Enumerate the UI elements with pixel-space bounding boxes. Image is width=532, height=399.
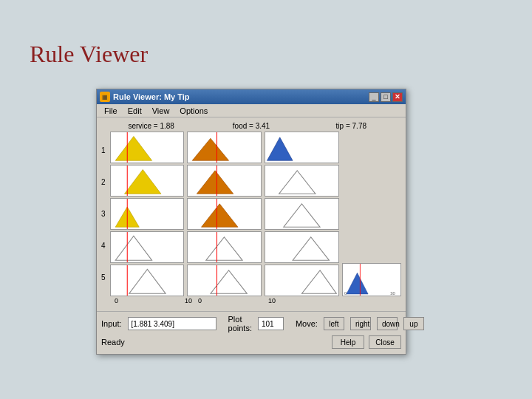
- svg-marker-20: [267, 137, 293, 160]
- menu-edit[interactable]: Edit: [123, 106, 146, 116]
- food-column: [187, 132, 262, 296]
- svg-marker-23: [293, 237, 329, 260]
- input-field[interactable]: [128, 317, 216, 330]
- svg-marker-16: [206, 237, 242, 260]
- input-label: Input:: [101, 319, 122, 328]
- row-label-2: 2: [101, 179, 107, 186]
- svg-marker-14: [202, 204, 238, 227]
- food-header: food = 3.41: [211, 122, 292, 130]
- page-background: Rule Viewer ▦ Rule Viewer: My Tip _ □ ✕ …: [0, 0, 532, 399]
- action-buttons: Help Close: [332, 335, 401, 349]
- svg-marker-21: [279, 171, 316, 194]
- title-bar-controls: _ □ ✕: [369, 92, 403, 102]
- row-label-4: 4: [101, 242, 107, 250]
- svg-text:30: 30: [390, 291, 395, 296]
- help-button[interactable]: Help: [332, 335, 364, 349]
- aggregate-output-cell: 0 30: [342, 263, 401, 296]
- aggregate-spacer: [342, 132, 401, 262]
- bottom-row2: Ready Help Close: [101, 335, 401, 349]
- row-label-1: 1: [101, 147, 107, 154]
- service-axis-max: 10: [185, 297, 192, 304]
- axis-row-spacer: [101, 297, 110, 304]
- food-row1-cell: [187, 132, 262, 163]
- close-button[interactable]: Close: [369, 335, 401, 349]
- minimize-button[interactable]: _: [369, 92, 379, 102]
- move-right-button[interactable]: right: [350, 317, 371, 330]
- service-row3-cell: [110, 198, 185, 230]
- svg-marker-24: [302, 270, 337, 293]
- page-title: Rule Viewer: [30, 41, 148, 68]
- tip-row5-cell: [265, 265, 339, 296]
- tip-axis: [280, 297, 339, 304]
- food-row4-cell: [187, 231, 262, 263]
- window-title: Rule Viewer: My Tip: [113, 92, 190, 101]
- rule-viewer-window: ▦ Rule Viewer: My Tip _ □ ✕ File Edit Vi…: [96, 89, 406, 355]
- column-headers: service = 1.88 food = 3.41 tip = 7.78: [101, 122, 401, 130]
- rules-grid: 1 2 3 4 5: [101, 132, 401, 296]
- menu-file[interactable]: File: [100, 106, 122, 116]
- output-axis: [342, 297, 401, 304]
- food-row3-cell: [187, 198, 262, 230]
- svg-marker-10: [193, 138, 229, 160]
- aggregate-column: 0 30: [342, 132, 401, 296]
- svg-marker-8: [129, 270, 165, 294]
- bottom-row1: Input: Plot points: Move: left right dow…: [101, 315, 401, 332]
- service-row1-cell: [110, 132, 185, 163]
- service-header: service = 1.88: [111, 122, 192, 130]
- tip-column: [265, 132, 339, 296]
- maximize-button[interactable]: □: [381, 92, 391, 102]
- svg-marker-2: [124, 170, 160, 194]
- food-row2-cell: [187, 165, 262, 197]
- service-row2-cell: [110, 165, 185, 197]
- svg-marker-6: [115, 236, 151, 261]
- axis-labels-row: 0 10 0 10: [101, 297, 401, 304]
- tip-row1-cell: [265, 132, 339, 163]
- row-label-5: 5: [101, 274, 107, 282]
- tip-row2-cell: [265, 165, 339, 197]
- service-column: [110, 132, 185, 296]
- service-axis: 0 10: [113, 297, 194, 304]
- title-bar-left: ▦ Rule Viewer: My Tip: [100, 92, 190, 102]
- service-row5-cell: [110, 265, 185, 296]
- move-label: Move:: [296, 319, 318, 328]
- tip-header: tip = 7.78: [310, 122, 392, 130]
- plot-points-field[interactable]: [258, 317, 284, 330]
- plot-points-label: Plot points:: [228, 315, 252, 332]
- menu-view[interactable]: View: [148, 106, 174, 116]
- svg-marker-18: [211, 270, 247, 293]
- food-axis-min: 0: [198, 297, 202, 304]
- move-left-button[interactable]: left: [324, 317, 344, 330]
- move-up-button[interactable]: up: [403, 317, 424, 330]
- title-bar: ▦ Rule Viewer: My Tip _ □ ✕: [97, 89, 406, 104]
- menu-bar: File Edit View Options: [97, 104, 406, 117]
- food-axis-max: 10: [268, 297, 276, 304]
- svg-marker-12: [197, 171, 233, 194]
- svg-marker-22: [284, 204, 320, 227]
- status-text: Ready: [101, 338, 125, 347]
- menu-options[interactable]: Options: [175, 106, 212, 116]
- row-label-3: 3: [101, 211, 107, 218]
- bottom-panel: Input: Plot points: Move: left right dow…: [97, 311, 406, 354]
- svg-marker-0: [115, 136, 151, 160]
- food-row5-cell: [187, 265, 262, 296]
- row-labels: 1 2 3 4 5: [101, 132, 107, 296]
- tip-row3-cell: [265, 198, 339, 230]
- tip-row4-cell: [265, 231, 339, 263]
- service-row4-cell: [110, 231, 185, 263]
- food-axis: 0 10: [197, 297, 277, 304]
- close-window-button[interactable]: ✕: [392, 92, 403, 102]
- move-down-button[interactable]: down: [377, 317, 398, 330]
- svg-marker-25: [347, 273, 368, 295]
- window-icon: ▦: [100, 92, 110, 102]
- content-area: service = 1.88 food = 3.41 tip = 7.78 1 …: [97, 117, 406, 311]
- service-axis-min: 0: [115, 297, 118, 304]
